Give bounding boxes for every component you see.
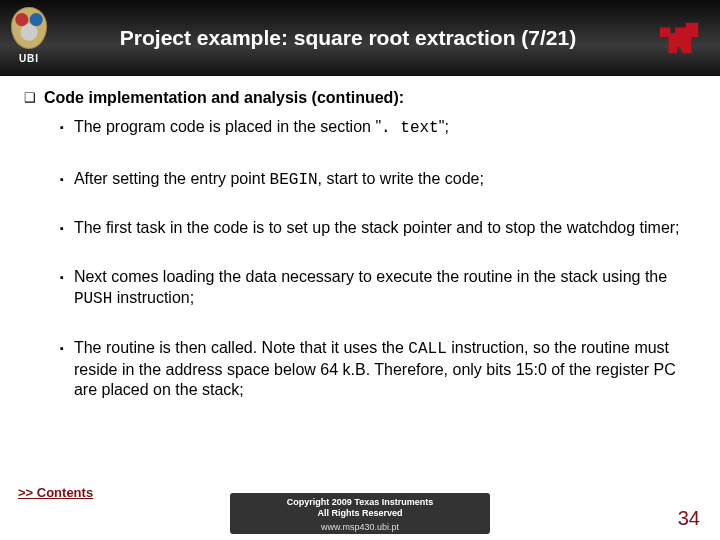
code-span: CALL <box>408 340 446 358</box>
copyright-box: Copyright 2009 Texas Instruments All Rig… <box>230 493 490 534</box>
text-pre: The first task in the code is to set up … <box>74 219 680 236</box>
list-item-text: The first task in the code is to set up … <box>74 218 680 239</box>
ubi-emblem: UBI <box>4 7 54 69</box>
text-post: instruction; <box>112 289 194 306</box>
body-heading-row: ❑ Code implementation and analysis (cont… <box>24 88 696 109</box>
square-bullet-icon: ▪ <box>60 169 64 191</box>
list-item-text: Next comes loading the data necessary to… <box>74 267 696 310</box>
text-post: "; <box>439 118 449 135</box>
slide-body: ❑ Code implementation and analysis (cont… <box>0 76 720 540</box>
code-span: PUSH <box>74 290 112 308</box>
slide-title: Project example: square root extraction … <box>54 25 652 51</box>
list-item-text: After setting the entry point BEGIN, sta… <box>74 169 484 191</box>
list-item-text: The routine is then called. Note that it… <box>74 338 696 401</box>
list-item: ▪ Next comes loading the data necessary … <box>60 267 696 310</box>
slide-header: UBI Project example: square root extract… <box>0 0 720 76</box>
text-post: , start to write the code; <box>318 170 484 187</box>
contents-link[interactable]: >> Contents <box>18 485 93 500</box>
ti-logo-icon <box>652 11 706 65</box>
square-bullet-icon: ▪ <box>60 267 64 310</box>
copyright-line2: All Rights Reserved <box>236 508 484 518</box>
list-item: ▪ The routine is then called. Note that … <box>60 338 696 401</box>
list-item: ▪ After setting the entry point BEGIN, s… <box>60 169 696 191</box>
page-number: 34 <box>678 507 700 530</box>
slide-footer: >> Contents Copyright 2009 Texas Instrum… <box>0 484 720 540</box>
square-bullet-icon: ▪ <box>60 218 64 239</box>
ubi-label: UBI <box>19 53 39 64</box>
text-pre: The routine is then called. Note that it… <box>74 339 408 356</box>
text-pre: After setting the entry point <box>74 170 270 187</box>
code-span: BEGIN <box>270 171 318 189</box>
copyright-line1: Copyright 2009 Texas Instruments <box>236 497 484 507</box>
square-bullet-icon: ▪ <box>60 338 64 401</box>
list-item: ▪ The first task in the code is to set u… <box>60 218 696 239</box>
slide: UBI Project example: square root extract… <box>0 0 720 540</box>
square-bullet-icon: ▪ <box>60 117 64 139</box>
square-bullet-icon: ❑ <box>24 88 36 109</box>
crest-icon <box>11 7 47 49</box>
site-url: www.msp430.ubi.pt <box>236 522 484 532</box>
list-item: ▪ The program code is placed in the sect… <box>60 117 696 139</box>
body-heading: Code implementation and analysis (contin… <box>44 88 404 109</box>
list-item-text: The program code is placed in the sectio… <box>74 117 449 139</box>
text-pre: Next comes loading the data necessary to… <box>74 268 667 285</box>
text-pre: The program code is placed in the sectio… <box>74 118 381 135</box>
code-span: . text <box>381 119 439 137</box>
